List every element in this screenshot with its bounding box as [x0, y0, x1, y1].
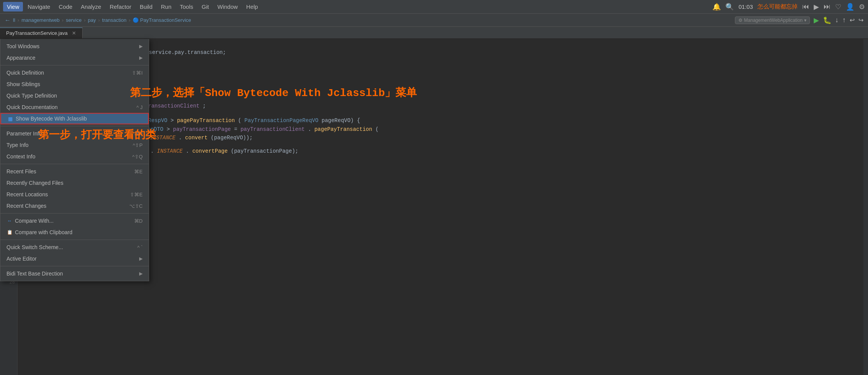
- menu-analyze[interactable]: Analyze: [77, 2, 105, 11]
- menu-section-compare: ↔ Compare With... ⌘D 📋 Compare with Clip…: [0, 214, 149, 240]
- bidi-text-label: Bidi Text Base Direction: [7, 271, 63, 277]
- undo-icon[interactable]: ↩: [850, 16, 855, 24]
- menu-window[interactable]: Window: [213, 2, 241, 11]
- code-line-close1: }: [42, 155, 860, 164]
- code-line-field: private PayTransactionClient payTransact…: [42, 102, 860, 110]
- chevron-down-icon: ▾: [804, 18, 806, 23]
- redo-icon[interactable]: ↪: [858, 16, 863, 24]
- tab-bar: PayTransactionService.java ✕: [0, 27, 868, 39]
- menu-navigate[interactable]: Navigate: [24, 2, 54, 11]
- git-push-icon[interactable]: ↑: [842, 16, 846, 24]
- menu-bidi-text[interactable]: Bidi Text Base Direction ▶: [0, 268, 149, 279]
- menu-recent-locations[interactable]: Recent Locations ⇧⌘E: [0, 189, 149, 200]
- menu-section-info: Parameter Info ⌘P Type Info ^⇧P Context …: [0, 126, 149, 164]
- tab-paytransactionservice[interactable]: PayTransactionService.java ✕: [0, 28, 83, 38]
- debug-button[interactable]: 🐛: [823, 16, 831, 24]
- settings-icon[interactable]: ⚙: [859, 3, 865, 11]
- menu-show-bytecode[interactable]: ▦ Show Bytecode With Jclasslib: [0, 113, 149, 124]
- tab-label: PayTransactionService.java: [6, 30, 68, 36]
- compare-with-shortcut: ⌘D: [134, 218, 143, 224]
- notification-icon[interactable]: 🔔: [712, 3, 721, 11]
- code-line-close2: }: [27, 168, 860, 177]
- git-update-icon[interactable]: ↓: [835, 16, 839, 24]
- menu-section-appearance: Tool Windows ▶ Appearance ▶: [0, 39, 149, 65]
- menu-bar: View Navigate Code Analyze Refactor Buil…: [0, 0, 868, 14]
- menu-section-bidi: Bidi Text Base Direction ▶: [0, 266, 149, 281]
- view-dropdown-menu: Tool Windows ▶ Appearance ▶ Quick Defini…: [0, 39, 149, 281]
- menu-recently-changed[interactable]: Recently Changed Files: [0, 177, 149, 189]
- bc-service-class[interactable]: 🔵 PayTransactionService: [133, 17, 191, 23]
- compare-with-label: Compare With...: [15, 218, 54, 224]
- menu-quick-switch-scheme[interactable]: Quick Switch Scheme... ^ `: [0, 241, 149, 253]
- menu-recent-changes[interactable]: Recent Changes ⌥⇧C: [0, 200, 149, 212]
- bc-pay[interactable]: pay: [88, 17, 96, 23]
- menu-compare-clipboard[interactable]: 📋 Compare with Clipboard: [0, 227, 149, 238]
- menu-quick-documentation[interactable]: Quick Documentation ^ J: [0, 101, 149, 113]
- quick-definition-shortcut: ⇧⌘I: [132, 70, 143, 76]
- code-line-class: public class PayTransactionService {: [27, 80, 860, 88]
- vertical-scrollbar[interactable]: [863, 39, 868, 375]
- breadcrumb-right: ⚙ ManagementWebApplication ▾ ▶ 🐛 ↓ ↑ ↩ ↪: [735, 16, 863, 24]
- quick-definition-label: Quick Definition: [7, 70, 44, 76]
- menu-section-recent: Recent Files ⌘E Recently Changed Files R…: [0, 164, 149, 214]
- menu-show-siblings[interactable]: Show Siblings: [0, 78, 149, 90]
- bc-transaction[interactable]: transaction: [102, 17, 127, 23]
- recent-locations-label: Recent Locations: [7, 191, 48, 197]
- parameter-info-shortcut: ⌘P: [134, 131, 143, 137]
- quick-type-definition-label: Quick Type Definition: [7, 93, 57, 99]
- menu-parameter-info[interactable]: Parameter Info ⌘P: [0, 128, 149, 139]
- menu-recent-files[interactable]: Recent Files ⌘E: [0, 166, 149, 177]
- code-line-import: ▸ import ...: [27, 60, 860, 68]
- menu-quick-definition[interactable]: Quick Definition ⇧⌘I: [0, 67, 149, 78]
- recently-changed-label: Recently Changed Files: [7, 180, 63, 186]
- bc-ll[interactable]: ll: [13, 17, 15, 23]
- run-button[interactable]: ▶: [814, 16, 819, 24]
- menu-context-info[interactable]: Context Info ^⇧Q: [0, 151, 149, 162]
- play-icon[interactable]: ▶: [814, 3, 819, 11]
- menu-tool-windows[interactable]: Tool Windows ▶: [0, 41, 149, 52]
- song-display: 怎么可能都忘掉: [757, 3, 798, 10]
- quick-switch-scheme-label: Quick Switch Scheme...: [7, 244, 63, 250]
- menu-run[interactable]: Run: [157, 2, 176, 11]
- menu-type-info[interactable]: Type Info ^⇧P: [0, 139, 149, 151]
- avatar-icon: 👤: [846, 3, 854, 11]
- run-config-selector[interactable]: ⚙ ManagementWebApplication ▾: [735, 16, 810, 24]
- menu-section-definition: Quick Definition ⇧⌘I Show Siblings Quick…: [0, 65, 149, 126]
- recent-changes-shortcut: ⌥⇧C: [129, 203, 143, 209]
- main-content: Tool Windows ▶ Appearance ▶ Quick Defini…: [0, 39, 868, 375]
- search-icon[interactable]: 🔍: [725, 3, 734, 11]
- bc-managementweb[interactable]: managementweb: [21, 17, 60, 23]
- menu-refactor[interactable]: Refactor: [106, 2, 135, 11]
- code-line-service-annotation: @Service: [27, 72, 860, 80]
- compare-clipboard-label: Compare with Clipboard: [15, 229, 72, 235]
- tab-close-icon[interactable]: ✕: [72, 30, 76, 36]
- tool-windows-submenu-arrow: ▶: [139, 44, 143, 49]
- heart-icon[interactable]: ♡: [835, 3, 841, 11]
- menu-quick-type-definition[interactable]: Quick Type Definition: [0, 90, 149, 101]
- active-editor-submenu-arrow: ▶: [139, 256, 143, 261]
- quick-documentation-label: Quick Documentation: [7, 104, 58, 110]
- type-info-shortcut: ^⇧P: [133, 142, 143, 148]
- code-line-method-sig: public PageResult< PayTransactionRespVO …: [42, 116, 860, 125]
- bc-service[interactable]: service: [66, 17, 81, 23]
- appearance-submenu-arrow: ▶: [139, 55, 143, 60]
- menu-view[interactable]: View: [3, 2, 23, 11]
- menu-active-editor[interactable]: Active Editor ▶: [0, 253, 149, 264]
- code-line-package: package cn.iocoder.mall.managementweb.se…: [27, 48, 860, 57]
- menu-code[interactable]: Code: [55, 2, 76, 11]
- back-icon[interactable]: ←: [5, 17, 11, 24]
- prev-icon[interactable]: ⏮: [802, 3, 809, 11]
- menu-tools[interactable]: Tools: [176, 2, 197, 11]
- compare-clipboard-icon: 📋: [7, 229, 13, 235]
- context-info-label: Context Info: [7, 153, 36, 160]
- menu-compare-with[interactable]: ↔ Compare With... ⌘D: [0, 215, 149, 227]
- menu-build[interactable]: Build: [136, 2, 156, 11]
- menu-help[interactable]: Help: [242, 2, 262, 11]
- menu-bar-right: 🔔 🔍 01:03 怎么可能都忘掉 ⏮ ▶ ⏭ ♡ 👤 ⚙: [712, 3, 865, 11]
- menu-git[interactable]: Git: [198, 2, 213, 11]
- run-config-label: ManagementWebApplication: [744, 18, 803, 23]
- next-icon[interactable]: ⏭: [824, 3, 831, 11]
- recent-files-shortcut: ⌘E: [134, 169, 143, 174]
- recent-files-label: Recent Files: [7, 168, 36, 174]
- menu-appearance[interactable]: Appearance ▶: [0, 52, 149, 64]
